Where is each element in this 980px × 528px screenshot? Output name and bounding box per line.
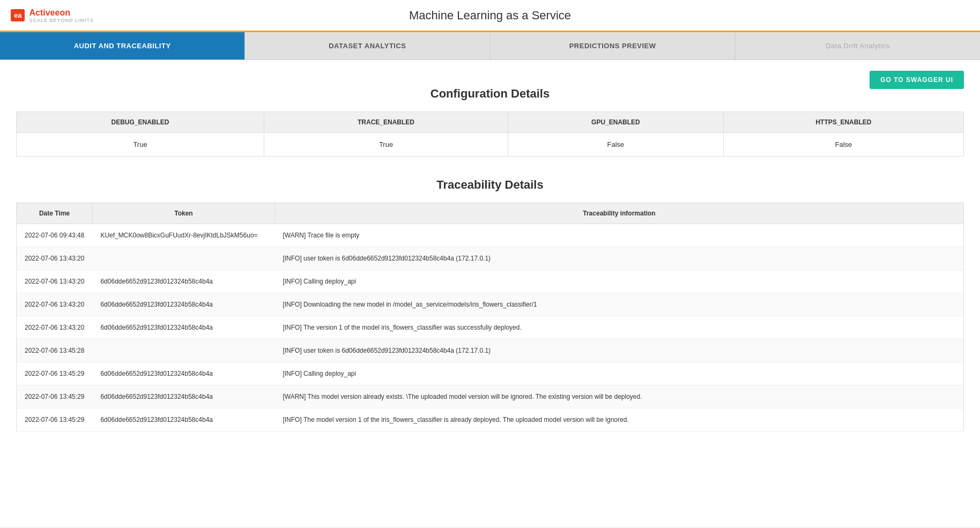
header: ea Activeeon SCALE BEYOND LIMITS Machine… <box>0 0 980 32</box>
trace-datetime: 2022-07-06 09:43:48 <box>17 224 93 247</box>
trace-datetime: 2022-07-06 13:43:20 <box>17 270 93 293</box>
col-trace: TRACE_ENABLED <box>264 112 508 133</box>
trace-info: [INFO] user token is 6d06dde6652d9123fd0… <box>274 247 963 270</box>
logo-name: Activeeon <box>29 8 70 17</box>
trace-token: 6d06dde6652d9123fd012324b58c4b4a <box>92 362 274 385</box>
table-row: 2022-07-06 13:45:296d06dde6652d9123fd012… <box>17 385 964 408</box>
trace-datetime: 2022-07-06 13:43:20 <box>17 293 93 316</box>
table-row: 2022-07-06 13:45:296d06dde6652d9123fd012… <box>17 362 964 385</box>
trace-info: [INFO] The model version 1 of the iris_f… <box>274 408 963 432</box>
trace-info: [INFO] Downloading the new model in /mod… <box>274 293 963 316</box>
trace-datetime: 2022-07-06 13:45:28 <box>17 339 93 362</box>
trace-info: [INFO] user token is 6d06dde6652d9123fd0… <box>274 339 963 362</box>
config-table: DEBUG_ENABLED TRACE_ENABLED GPU_ENABLED … <box>16 111 964 157</box>
trace-info: [INFO] Calling deploy_api <box>274 362 963 385</box>
trace-info: [INFO] Calling deploy_api <box>274 270 963 293</box>
table-row: 2022-07-06 13:45:28[INFO] user token is … <box>17 339 964 362</box>
config-title: Configuration Details <box>16 87 964 101</box>
table-row: 2022-07-06 13:45:296d06dde6652d9123fd012… <box>17 408 964 432</box>
trace-datetime: 2022-07-06 13:45:29 <box>17 385 93 408</box>
trace-token: 6d06dde6652d9123fd012324b58c4b4a <box>92 385 274 408</box>
trace-datetime: 2022-07-06 13:43:20 <box>17 316 93 339</box>
trace-table: Date Time Token Traceability information… <box>16 203 964 432</box>
trace-col-datetime: Date Time <box>17 203 93 224</box>
tab-dataset[interactable]: DATASET ANALYTICS <box>245 32 490 60</box>
table-row: 2022-07-06 09:43:48KUef_MCK0ow8BicxGuFUu… <box>17 224 964 247</box>
val-https: False <box>723 133 963 157</box>
table-row: 2022-07-06 13:43:20[INFO] user token is … <box>17 247 964 270</box>
trace-token: 6d06dde6652d9123fd012324b58c4b4a <box>92 408 274 432</box>
trace-token <box>92 339 274 362</box>
trace-token: 6d06dde6652d9123fd012324b58c4b4a <box>92 316 274 339</box>
table-row: 2022-07-06 13:43:206d06dde6652d9123fd012… <box>17 316 964 339</box>
val-trace: True <box>264 133 508 157</box>
tab-drift[interactable]: Data Drift Analytics <box>736 32 980 60</box>
val-debug: True <box>17 133 264 157</box>
trace-datetime: 2022-07-06 13:43:20 <box>17 247 93 270</box>
trace-col-token: Token <box>92 203 274 224</box>
trace-title: Traceability Details <box>16 178 964 192</box>
page-title: Machine Learning as a Service <box>409 9 571 23</box>
trace-col-info: Traceability information <box>274 203 963 224</box>
trace-datetime: 2022-07-06 13:45:29 <box>17 408 93 432</box>
table-row: 2022-07-06 13:43:206d06dde6652d9123fd012… <box>17 293 964 316</box>
logo-icon: ea <box>11 9 25 21</box>
table-row: 2022-07-06 13:43:206d06dde6652d9123fd012… <box>17 270 964 293</box>
col-https: HTTPS_ENABLED <box>723 112 963 133</box>
logo-sub: SCALE BEYOND LIMITS <box>29 18 94 23</box>
logo-area: ea Activeeon SCALE BEYOND LIMITS <box>11 8 94 23</box>
trace-token: 6d06dde6652d9123fd012324b58c4b4a <box>92 293 274 316</box>
tabs-bar: AUDIT AND TRACEABILITY DATASET ANALYTICS… <box>0 32 980 60</box>
trace-info: [INFO] The version 1 of the model iris_f… <box>274 316 963 339</box>
col-gpu: GPU_ENABLED <box>508 112 724 133</box>
trace-token <box>92 247 274 270</box>
col-debug: DEBUG_ENABLED <box>17 112 264 133</box>
tab-audit[interactable]: AUDIT AND TRACEABILITY <box>0 32 245 60</box>
trace-token: 6d06dde6652d9123fd012324b58c4b4a <box>92 270 274 293</box>
val-gpu: False <box>508 133 724 157</box>
trace-info: [WARN] Trace file is empty <box>274 224 963 247</box>
tab-predictions[interactable]: PREDICTIONS PREVIEW <box>491 32 736 60</box>
trace-datetime: 2022-07-06 13:45:29 <box>17 362 93 385</box>
trace-token: KUef_MCK0ow8BicxGuFUudXr-8evjIKtdLbJSkM5… <box>92 224 274 247</box>
main-content: GO TO SWAGGER UI Configuration Details D… <box>0 60 980 527</box>
swagger-button[interactable]: GO TO SWAGGER UI <box>870 71 964 89</box>
trace-info: [WARN] This model version already exists… <box>274 385 963 408</box>
